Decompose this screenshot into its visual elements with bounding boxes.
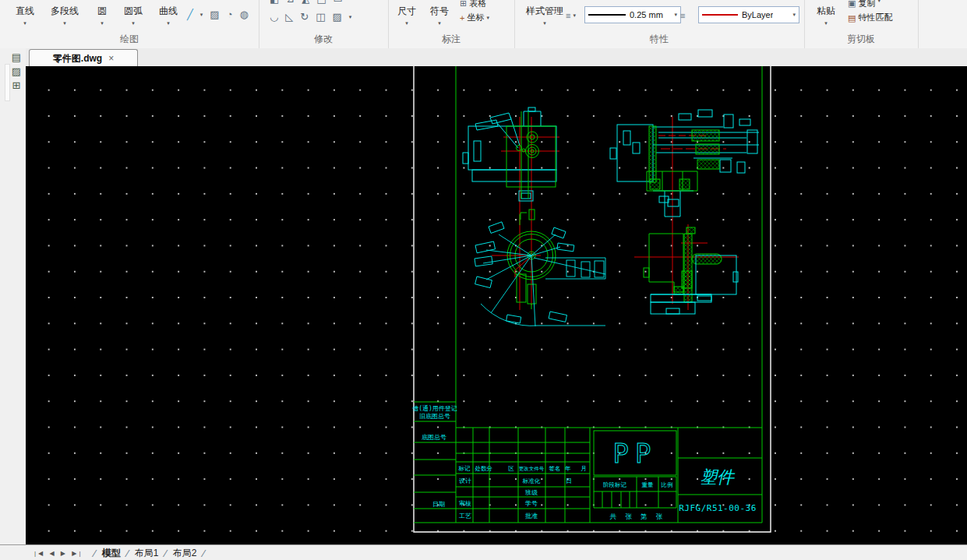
format-brush-icon[interactable]: ▤ [9, 51, 23, 64]
break-icon[interactable]: ◧ [270, 0, 279, 5]
part-name-text: 塑件 [700, 467, 736, 487]
line-button[interactable]: 直线 ▾ [9, 3, 41, 26]
borrow-register-label: 借(通)用件登记 [412, 404, 457, 412]
chevron-down-icon[interactable]: ▾ [9, 20, 41, 26]
coordinate-icon[interactable]: + [460, 12, 464, 23]
color-select[interactable]: ByLayer ▾ [698, 6, 799, 23]
explode-icon[interactable]: ◫ [316, 12, 325, 23]
match-properties-button[interactable]: 特性匹配 [858, 12, 892, 23]
construction-line-icon[interactable]: ╱ [187, 9, 193, 20]
rotate-icon[interactable]: ↻ [300, 12, 309, 23]
copy-icon[interactable]: ▣ [848, 0, 856, 8]
drawing-canvas[interactable]: 借(通)用件登记 旧底图总号 底图总号 日期 标记 处数 分 区 更改文件号 签… [26, 66, 967, 544]
weight-label: 重量 [642, 481, 655, 488]
hatch-icon[interactable]: ▨ [210, 9, 219, 20]
chevron-down-icon[interactable]: ▾ [200, 12, 203, 18]
chevron-down-icon[interactable]: ▾ [810, 20, 842, 26]
day-label: 日 [566, 477, 572, 484]
ribbon-panel-properties: 样式管理 ▾ ≡ ▾ 0.25 mm ▾ ≡ ByLayer ▾ 特性 [514, 0, 805, 48]
old-base-no-label: 旧底图总号 [419, 413, 450, 420]
hatch-edit-icon[interactable]: ▨ [333, 12, 342, 23]
bylayer-color-swatch [702, 14, 738, 16]
coordinate-button[interactable]: 坐标 [467, 12, 484, 23]
copy-button[interactable]: 复制 [858, 0, 875, 8]
last-layout-icon[interactable]: ▶| [72, 550, 83, 557]
grid-table-icon[interactable]: ⊞ [9, 79, 23, 92]
stage-mark-label: 阶段标记 [603, 481, 627, 488]
ribbon-panel-modify: ◧ ⊿ ◭ ◰ ▭ ◡ ◺ ↻ ◫ ▨ ▾ 修改 [259, 0, 389, 48]
tab-layout2[interactable]: 布局2 [168, 547, 202, 560]
chevron-down-icon[interactable]: ▾ [486, 15, 489, 21]
clipboard-panel-label: 剪切板 [804, 33, 918, 46]
lineweight-list-icon[interactable]: ≡ [566, 10, 570, 21]
base-no-label: 底图总号 [422, 434, 446, 441]
view-top-left[interactable] [463, 107, 556, 220]
tab-layout1[interactable]: 布局1 [130, 547, 164, 560]
prev-layout-icon[interactable]: ◀ [49, 550, 56, 557]
draw-panel-label: 绘图 [0, 33, 259, 46]
tab-separator: ∕ [165, 548, 167, 559]
tab-separator: ∕ [203, 548, 204, 559]
match-properties-icon[interactable]: ▤ [848, 12, 856, 23]
design-label: 设计 [459, 477, 471, 484]
ribbon-panel-draw: 直线 ▾ 多段线 ▾ 圆 ▾ 圆弧 ▾ 曲线 ▾ ╱ ▾ ▨ [0, 0, 259, 48]
modify-panel-label: 修改 [259, 33, 388, 46]
cad-drawing[interactable]: 借(通)用件登记 旧底图总号 底图总号 日期 标记 处数 分 区 更改文件号 签… [26, 66, 967, 544]
circle-button[interactable]: 圆 ▾ [89, 3, 115, 26]
view-circular[interactable] [475, 214, 605, 326]
next-layout-icon[interactable]: ▶ [61, 550, 68, 557]
mark-label: 标记 [458, 465, 471, 472]
style-manager-button[interactable]: 样式管理 ▾ [521, 3, 569, 26]
tab-separator: ∕ [127, 548, 129, 559]
chamfer-icon[interactable]: ◺ [285, 12, 293, 23]
scale-label: 比例 [662, 481, 673, 488]
table-button[interactable]: 表格 [469, 0, 486, 9]
year-month-label: 年 月 [564, 465, 590, 472]
chevron-down-icon[interactable]: ▾ [573, 12, 576, 19]
polyline-button[interactable]: 多段线 ▾ [41, 3, 89, 26]
chevron-down-icon[interactable]: ▾ [153, 20, 184, 26]
revision-cloud-icon[interactable]: ◔ [227, 9, 233, 20]
count-label: 处数 [475, 465, 488, 472]
paste-button[interactable]: 粘贴 ▾ [810, 3, 842, 26]
extend-icon[interactable]: ⊿ [286, 0, 295, 5]
chevron-down-icon[interactable]: ▾ [425, 20, 454, 26]
view-top-right[interactable] [610, 110, 759, 217]
fillet-icon[interactable]: ◡ [270, 12, 278, 23]
image-frame-icon[interactable]: ▨ [9, 65, 23, 78]
chevron-down-icon[interactable]: ▾ [521, 20, 569, 26]
chevron-down-icon[interactable]: ▾ [349, 14, 352, 20]
document-title: 零件图.dwg [53, 52, 102, 65]
process-label: 工艺 [459, 512, 471, 519]
chevron-down-icon[interactable]: ▾ [393, 20, 421, 26]
signature-label: 签名 [549, 465, 561, 472]
mirror-icon[interactable]: ◭ [302, 0, 309, 5]
dimension-button[interactable]: 尺寸 ▾ [393, 3, 421, 26]
chevron-down-icon[interactable]: ▾ [877, 0, 881, 4]
symbol-button[interactable]: 符号 ▾ [425, 3, 454, 26]
boundary-icon[interactable]: ◍ [240, 9, 249, 20]
first-layout-icon[interactable]: |◀ [34, 550, 45, 557]
view-middle-right[interactable] [644, 227, 738, 314]
chevron-down-icon[interactable]: ▾ [41, 20, 89, 26]
date-label: 日期 [432, 501, 445, 508]
chevron-down-icon: ▾ [671, 12, 677, 18]
chevron-down-icon[interactable]: ▾ [115, 20, 151, 26]
annotate-panel-label: 标注 [388, 33, 514, 46]
rectangle-icon[interactable]: ▭ [334, 0, 343, 5]
document-tab[interactable]: 零件图.dwg × [29, 49, 138, 67]
arc-button[interactable]: 圆弧 ▾ [115, 3, 151, 26]
stretch-icon[interactable]: ◰ [316, 0, 326, 5]
tab-separator: ∕ [94, 548, 95, 559]
tab-model[interactable]: 模型 [97, 547, 125, 560]
title-block[interactable]: 借(通)用件登记 旧底图总号 底图总号 日期 标记 处数 分 区 更改文件号 签… [412, 402, 762, 523]
lineweight-select[interactable]: 0.25 mm ▾ [584, 6, 681, 23]
curve-button[interactable]: 曲线 ▾ [153, 3, 184, 26]
close-icon[interactable]: × [108, 53, 114, 64]
sheets-label: 共 张 第 张 [609, 512, 665, 520]
chevron-down-icon[interactable]: ▾ [89, 20, 115, 26]
chevron-down-icon: ▾ [789, 12, 796, 18]
ribbon-panel-annotate: 尺寸 ▾ 符号 ▾ ⊞ 表格 + 坐标 ▾ 标注 [388, 0, 515, 48]
table-icon[interactable]: ⊞ [460, 0, 467, 9]
linetype-icon[interactable]: ≡ [680, 10, 685, 21]
